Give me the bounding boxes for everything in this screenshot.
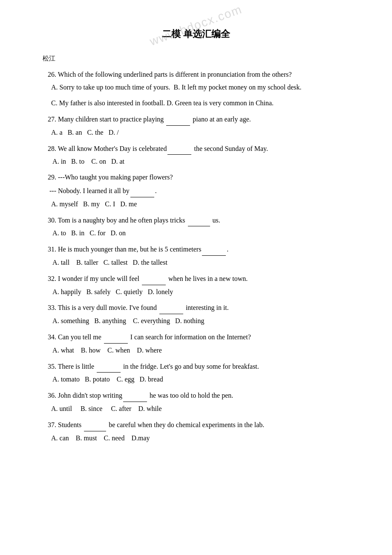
blank-35: [97, 360, 121, 373]
question-30: 30. Tom is a naughty boy and he often pl…: [34, 214, 358, 240]
question-27-text: 27. Many children start to practice play…: [34, 113, 358, 126]
question-27-options: A. a B. an C. the D. /: [51, 127, 358, 139]
question-26-options-cd: C. My father is also interested in footb…: [51, 97, 358, 110]
question-37-options: A. can B. must C. need D.may: [51, 432, 358, 445]
question-33-options: A. something B. anything C. everything D…: [51, 315, 358, 327]
question-36: 36. John didn't stop writing he was too …: [34, 389, 358, 415]
blank-37: [84, 419, 106, 431]
question-35-options: A. tomato B. potato C. egg D. bread: [51, 373, 358, 386]
question-29-text2: --- Nobody. I learned it all by .: [34, 185, 358, 197]
question-33-text: 33. This is a very dull movie. I've foun…: [34, 301, 358, 314]
question-37-text: 37. Students be careful when they do che…: [34, 419, 358, 431]
question-32: 32. I wonder if my uncle will feel when …: [34, 272, 358, 298]
blank-29: [130, 185, 154, 197]
question-28: 28. We all know Mother's Day is celebrat…: [34, 142, 358, 168]
question-34-text: 34. Can you tell me I can search for inf…: [34, 331, 358, 344]
question-26-options: A. Sorry to take up too much time of you…: [51, 81, 358, 94]
question-34-options: A. what B. how C. when D. where: [51, 344, 358, 357]
blank-32: [142, 272, 166, 285]
question-26: 26. Which of the following underlined pa…: [34, 69, 358, 110]
question-29: 29. ---Who taught you making paper flowe…: [34, 171, 358, 210]
question-30-options: A. to B. in C. for D. on: [51, 227, 358, 240]
blank-31: [202, 243, 226, 256]
question-30-text: 30. Tom is a naughty boy and he often pl…: [34, 214, 358, 227]
question-27: 27. Many children start to practice play…: [34, 113, 358, 139]
blank-36: [123, 389, 147, 402]
question-31-text: 31. He is much younger than me, but he i…: [34, 243, 358, 256]
question-34: 34. Can you tell me I can search for inf…: [34, 331, 358, 357]
question-29-text: 29. ---Who taught you making paper flowe…: [34, 171, 358, 184]
blank-30: [188, 214, 210, 227]
question-31: 31. He is much younger than me, but he i…: [34, 243, 358, 269]
blank-28: [167, 142, 191, 155]
question-26-text: 26. Which of the following underlined pa…: [34, 69, 358, 81]
question-28-options: A. in B. to C. on D. at: [51, 156, 358, 168]
subtitle: 松江: [43, 53, 358, 64]
page-content: www.bdocx.com 二模 单选汇编全 松江 26. Which of t…: [34, 26, 358, 444]
blank-34: [104, 331, 128, 344]
blank-27: [166, 113, 190, 126]
question-36-text: 36. John didn't stop writing he was too …: [34, 389, 358, 402]
question-29-options: A. myself B. my C. I D. me: [51, 198, 358, 211]
question-36-options: A. until B. since C. after D. while: [51, 403, 358, 415]
question-32-options: A. happily B. safely C. quietly D. lonel…: [51, 286, 358, 298]
question-35-text: 35. There is little in the fridge. Let's…: [34, 360, 358, 373]
blank-33: [159, 301, 183, 314]
question-37: 37. Students be careful when they do che…: [34, 419, 358, 445]
question-31-options: A. tall B. taller C. tallest D. the tall…: [51, 257, 358, 269]
question-32-text: 32. I wonder if my uncle will feel when …: [34, 272, 358, 285]
question-35: 35. There is little in the fridge. Let's…: [34, 360, 358, 386]
page-title: 二模 单选汇编全: [34, 26, 358, 43]
question-28-text: 28. We all know Mother's Day is celebrat…: [34, 142, 358, 155]
question-33: 33. This is a very dull movie. I've foun…: [34, 301, 358, 327]
